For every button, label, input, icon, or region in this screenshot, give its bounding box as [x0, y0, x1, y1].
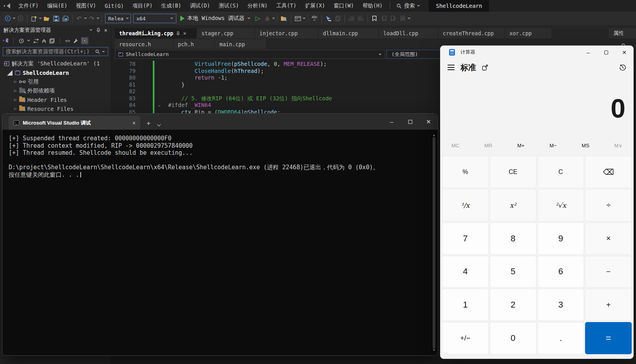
tree-item-project[interactable]: ShellcodeLearn	[0, 68, 111, 77]
maximize-button[interactable]	[401, 114, 419, 130]
close-tab-icon[interactable]: ×	[132, 120, 136, 126]
window-preview-button[interactable]	[294, 14, 302, 23]
menu-tools[interactable]: 工具(T)	[272, 0, 301, 12]
close-panel-icon[interactable]: ×	[104, 27, 107, 33]
key-subtract[interactable]: −	[585, 256, 632, 288]
menu-view[interactable]: 视图(V)	[72, 0, 100, 12]
menu-help[interactable]: 帮助(H)	[358, 0, 387, 12]
memory-flyout-button[interactable]: M∨	[614, 143, 622, 148]
collapsed-arrow-icon[interactable]: ▷	[14, 106, 17, 111]
navigate-forward-button[interactable]	[16, 14, 25, 23]
menu-debug[interactable]: 调试(D)	[186, 0, 214, 12]
key-9[interactable]: 9	[538, 223, 584, 255]
tab-loaddll[interactable]: loadDll.cpp	[379, 28, 438, 38]
navigate-back-button[interactable]	[4, 14, 12, 23]
key-multiply[interactable]: ×	[585, 223, 632, 255]
key-backspace[interactable]: ⌫	[585, 156, 632, 188]
properties-pages-icon[interactable]	[49, 38, 54, 43]
hamburger-menu-icon[interactable]	[448, 65, 455, 70]
panel-options-icon[interactable]	[89, 29, 92, 31]
quick-search[interactable]: 搜索	[393, 0, 423, 12]
tree-item-resource-files[interactable]: ▷ ▼ Resource Files	[0, 104, 111, 113]
tree-item-header-files[interactable]: ▷ ▼ Header Files	[0, 95, 111, 104]
key-clear[interactable]: C	[538, 156, 584, 188]
collapsed-arrow-icon[interactable]: ▷	[14, 79, 17, 84]
tab-threadhijacking[interactable]: threadHi…king.cpp ×	[115, 28, 196, 38]
minimize-button[interactable]: –	[579, 46, 597, 59]
tree-item-solution[interactable]: 解决方案 'ShellcodeLearn' (1	[0, 59, 111, 68]
memory-subtract-button[interactable]: M−	[549, 143, 556, 148]
solution-platform-combobox[interactable]: x64	[133, 14, 176, 23]
window-preview-dropdown-icon[interactable]	[303, 18, 306, 19]
expanded-arrow-icon[interactable]	[7, 70, 13, 76]
close-button[interactable]: ✕	[419, 114, 438, 130]
hot-reload-button[interactable]	[263, 14, 272, 23]
toggle-bookmark-button[interactable]	[370, 14, 379, 23]
sync-with-active-document-icon[interactable]	[33, 39, 39, 43]
key-2[interactable]: 2	[490, 289, 536, 321]
maximize-button[interactable]	[597, 46, 615, 59]
tab-pch-h[interactable]: pch.h	[174, 39, 214, 49]
filter-dropdown-icon[interactable]	[27, 40, 30, 42]
pending-changes-filter-icon[interactable]	[19, 38, 24, 43]
memory-add-button[interactable]: M+	[517, 143, 524, 148]
console-output[interactable]: [+] Suspended thread created: 0000000000…	[2, 130, 438, 356]
view-code-icon[interactable]: <>	[65, 38, 70, 43]
tab-createthread[interactable]: createThread.cpp	[438, 28, 504, 38]
minimize-button[interactable]: –	[382, 114, 401, 130]
hot-reload-dropdown-icon[interactable]	[272, 18, 275, 19]
memory-clear-button[interactable]: MC	[451, 143, 459, 148]
calculator-titlebar[interactable]: 计算器 – ✕	[440, 46, 633, 59]
console-tab[interactable]: ›_ Microsoft Visual Studio 调试 ×	[9, 116, 140, 130]
decrease-indent-button[interactable]	[347, 14, 356, 23]
key-clear-entry[interactable]: CE	[490, 156, 536, 188]
menu-test[interactable]: 测试(S)	[214, 0, 243, 12]
spell-checker-button[interactable]: abc✓	[310, 14, 319, 23]
tab-injector[interactable]: injector.cpp	[255, 28, 318, 38]
key-7[interactable]: 7	[442, 223, 489, 255]
tab-dropdown-icon[interactable]	[157, 123, 161, 127]
memory-store-button[interactable]: MS	[582, 143, 589, 148]
menu-window[interactable]: 窗口(W)	[330, 0, 358, 12]
key-square-root[interactable]: ²√x	[538, 189, 584, 221]
solution-configuration-combobox[interactable]: Relea	[105, 14, 131, 23]
project-scope-dropdown[interactable]: ShellcodeLearn	[115, 50, 385, 59]
menu-project[interactable]: 项目(P)	[128, 0, 157, 12]
new-item-dropdown-icon[interactable]	[39, 18, 42, 19]
menu-analyze[interactable]: 分析(N)	[243, 0, 272, 12]
tab-stager[interactable]: stager.cpp	[197, 28, 254, 38]
collapsed-arrow-icon[interactable]: ▷	[14, 88, 17, 93]
key-4[interactable]: 4	[442, 256, 489, 288]
solution-explorer-search-input[interactable]: 搜索解决方案资源管理器(Ctrl+;)	[3, 47, 108, 56]
tab-dllmain[interactable]: dllmain.cpp	[319, 28, 378, 38]
menu-file[interactable]: 文件(F)	[14, 0, 43, 12]
key-5[interactable]: 5	[490, 256, 536, 288]
collapsed-arrow-icon[interactable]: ▷	[14, 97, 17, 102]
pin-icon[interactable]	[176, 31, 180, 36]
start-debugging-button[interactable]: 本地 Windows 调试器	[178, 15, 253, 22]
key-negate[interactable]: +/−	[442, 322, 489, 354]
redo-button[interactable]: ↷	[87, 14, 96, 23]
fold-collapse-icon[interactable]: ›	[156, 104, 163, 107]
save-button[interactable]	[52, 14, 60, 23]
properties-panel-tab[interactable]: 属性	[609, 28, 636, 38]
key-6[interactable]: 6	[538, 256, 584, 288]
tab-main-cpp[interactable]: main.cpp	[215, 39, 266, 49]
key-8[interactable]: 8	[490, 223, 536, 255]
open-folder-button[interactable]	[42, 14, 51, 23]
key-equals[interactable]: =	[585, 322, 632, 354]
menu-git[interactable]: Git(G)	[100, 0, 128, 12]
menu-edit[interactable]: 编辑(E)	[43, 0, 71, 12]
copy-button[interactable]	[333, 14, 342, 23]
start-without-debugging-button[interactable]: ▷	[254, 14, 262, 23]
keep-on-top-icon[interactable]	[482, 65, 488, 71]
pin-icon[interactable]	[96, 28, 100, 33]
key-add[interactable]: +	[585, 289, 632, 321]
key-1[interactable]: 1	[442, 289, 489, 321]
new-item-button[interactable]	[30, 14, 38, 23]
menu-build[interactable]: 生成(B)	[157, 0, 185, 12]
tree-item-external-dependencies[interactable]: ▷ ◳ 外部依赖项	[0, 86, 111, 95]
tab-resource-h[interactable]: resource.h	[115, 39, 173, 49]
show-all-files-icon[interactable]	[82, 38, 88, 44]
scrollbar-thumb[interactable]	[433, 137, 435, 349]
